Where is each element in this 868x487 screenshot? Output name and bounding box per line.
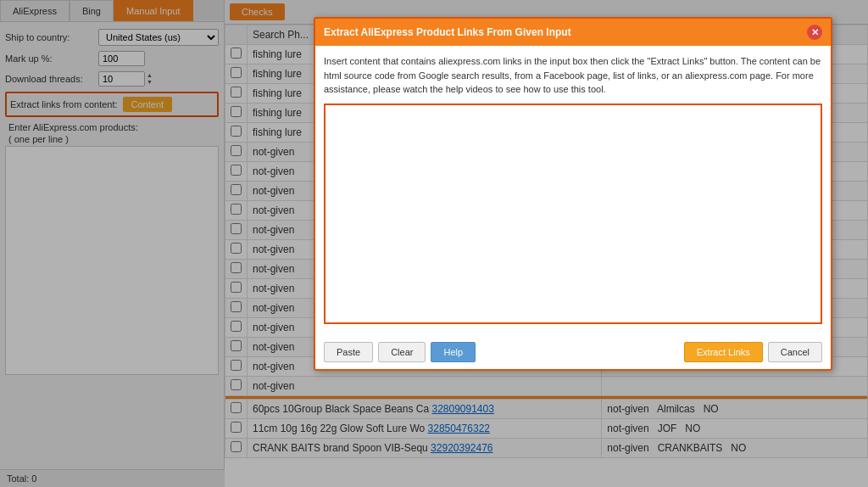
modal-close-button[interactable]: ✕: [807, 25, 822, 40]
modal-overlay[interactable]: Extract AliExpress Product Links From Gi…: [0, 0, 868, 487]
help-button[interactable]: Help: [431, 342, 476, 362]
extract-links-button[interactable]: Extract Links: [684, 342, 763, 362]
modal-footer: Paste Clear Help Extract Links Cancel: [315, 335, 831, 369]
cancel-button[interactable]: Cancel: [768, 342, 822, 362]
paste-button[interactable]: Paste: [324, 342, 373, 362]
modal-textarea[interactable]: [324, 104, 822, 324]
modal-title: Extract AliExpress Product Links From Gi…: [324, 26, 571, 38]
modal-header: Extract AliExpress Product Links From Gi…: [315, 19, 831, 46]
modal-description: Insert content that contains aliexpress.…: [324, 54, 822, 97]
modal-dialog: Extract AliExpress Product Links From Gi…: [314, 17, 832, 371]
modal-body: Insert content that contains aliexpress.…: [315, 46, 831, 335]
app-window: AliExpress Bing Manual Input Ship to cou…: [0, 0, 868, 487]
clear-button[interactable]: Clear: [378, 342, 426, 362]
